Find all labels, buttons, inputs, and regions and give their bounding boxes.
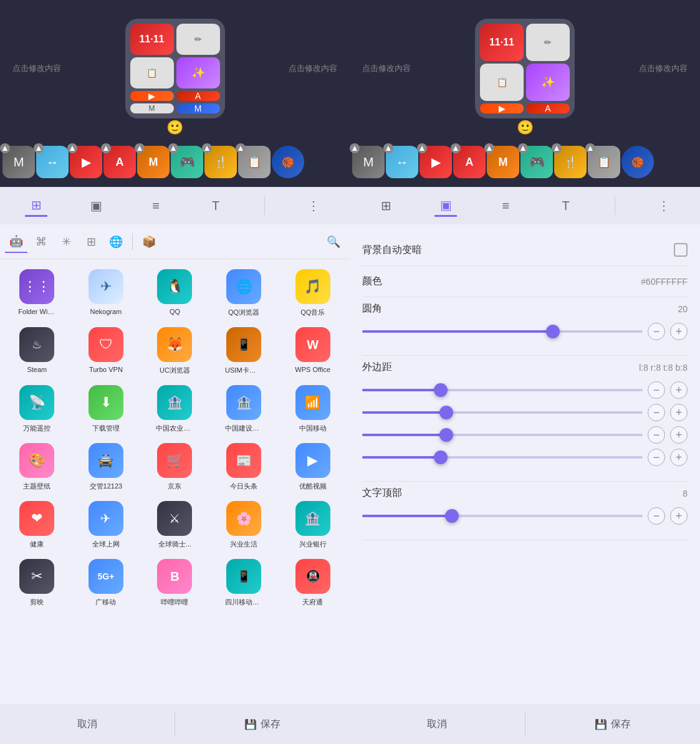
margin-t-thumb[interactable] — [439, 428, 453, 442]
dock-item-5[interactable]: 🎮 — [171, 146, 203, 178]
app-item-5g[interactable]: 5G+ 广移动 — [72, 554, 141, 612]
right-dock-item-0[interactable]: M — [352, 146, 385, 178]
toolbar-text-icon[interactable]: T — [204, 194, 227, 217]
right-dock-item-8[interactable]: 🏀 — [621, 146, 654, 178]
text-top-track[interactable] — [362, 515, 643, 517]
app-item-toutiao[interactable]: 📰 今日头条 — [209, 438, 279, 496]
app-item-ccb[interactable]: 🏦 中国建设银行 — [209, 380, 279, 438]
text-top-plus-btn[interactable]: + — [670, 507, 688, 525]
app-item-steam[interactable]: ♨ Steam — [2, 322, 72, 380]
left-hint-left[interactable]: 点击修改内容 — [12, 63, 61, 74]
dock-item-8[interactable]: 🏀 — [272, 146, 304, 178]
right-hint-right[interactable]: 点击修改内容 — [639, 63, 688, 74]
app-item-nekogram[interactable]: ✈ Nekogram — [72, 264, 141, 322]
right-dock-item-5[interactable]: 🎮 — [520, 146, 553, 178]
filter-command[interactable]: ⌘ — [30, 231, 52, 253]
right-toolbar-square-icon[interactable]: ▣ — [434, 194, 457, 217]
corner-minus-btn[interactable]: − — [648, 323, 665, 340]
left-folder-widget[interactable]: 11·11 ✏ 📋 ✨ ▶ A M M — [125, 19, 225, 118]
toolbar-square-icon[interactable]: ▣ — [85, 194, 107, 217]
app-item-download[interactable]: ⬇ 下载管理 — [72, 380, 141, 438]
margin-r-track[interactable] — [362, 411, 643, 414]
app-item-tianfu[interactable]: 🚇 天府通 — [278, 554, 347, 612]
margin-l-minus-btn[interactable]: − — [648, 381, 665, 399]
margin-b-minus-btn[interactable]: − — [648, 449, 665, 466]
margin-t-minus-btn[interactable]: − — [648, 426, 665, 444]
toolbar-grid-icon[interactable]: ⊞ — [25, 194, 47, 217]
app-item-qqmusic[interactable]: 🎵 QQ音乐 — [278, 264, 347, 322]
app-item-turbovpn[interactable]: 🛡 Turbo VPN — [72, 322, 141, 380]
text-top-minus-btn[interactable]: − — [648, 507, 665, 525]
app-item-qqbrowser[interactable]: 🌐 QQ浏览器 — [209, 264, 279, 322]
app-item-globalrider[interactable]: ⚔ 全球骑士... — [140, 496, 209, 554]
right-dock-item-4[interactable]: M — [487, 146, 519, 178]
app-item-xingye-bank[interactable]: 🏦 兴业银行 — [278, 496, 347, 554]
dock-item-6[interactable]: 🍴 — [204, 146, 237, 178]
right-dock-item-1[interactable]: ↔ — [386, 146, 418, 178]
right-toolbar-text-icon[interactable]: T — [555, 194, 577, 217]
app-item-youku[interactable]: ▶ 优酷视频 — [278, 438, 347, 496]
left-save-btn[interactable]: 💾 保存 — [175, 704, 350, 744]
app-item-qq[interactable]: 🐧 QQ — [140, 264, 209, 322]
margin-r-minus-btn[interactable]: − — [648, 404, 665, 421]
app-item-health[interactable]: ❤ 健康 — [2, 496, 72, 554]
dock-item-7[interactable]: 📋 — [238, 146, 271, 178]
right-folder-widget[interactable]: 11·11 ✏ 📋 ✨ ▶ A — [475, 19, 575, 118]
bg-auto-dark-checkbox[interactable] — [674, 243, 688, 257]
text-top-thumb[interactable] — [445, 509, 459, 523]
margin-b-track[interactable] — [362, 456, 643, 459]
right-dock-item-6[interactable]: 🍴 — [554, 146, 587, 178]
right-save-btn[interactable]: 💾 保存 — [525, 704, 701, 744]
app-item-bilibili[interactable]: B 哔哩哔哩 — [140, 554, 209, 612]
margin-l-track[interactable] — [362, 389, 643, 391]
toolbar-more-icon[interactable]: ⋮ — [302, 194, 325, 217]
right-toolbar-grid-icon[interactable]: ⊞ — [375, 194, 397, 217]
filter-android[interactable]: 🤖 — [5, 231, 27, 253]
app-item-folder-wid[interactable]: ⋮⋮ Folder Wid... — [2, 264, 72, 322]
corner-thumb[interactable] — [546, 325, 560, 338]
app-item-wps[interactable]: W WPS Office — [278, 322, 347, 380]
margin-b-plus-btn[interactable]: + — [670, 449, 688, 466]
app-item-remote[interactable]: 📡 万能遥控 — [2, 380, 72, 438]
right-toolbar-more-icon[interactable]: ⋮ — [653, 194, 675, 217]
app-item-globalnet[interactable]: ✈ 全球上网 — [72, 496, 141, 554]
app-item-traffic[interactable]: 🚔 交管12123 — [72, 438, 141, 496]
filter-sparkle[interactable]: ✳ — [55, 231, 77, 253]
dock-item-1[interactable]: ↔ — [36, 146, 69, 178]
app-item-sichuan[interactable]: 📱 四川移动营厅 — [209, 554, 279, 612]
margin-t-track[interactable] — [362, 434, 643, 436]
dock-item-0[interactable]: M — [2, 146, 35, 178]
margin-t-plus-btn[interactable]: + — [670, 426, 688, 444]
margin-l-thumb[interactable] — [434, 383, 448, 397]
app-item-theme[interactable]: 🎨 主题壁纸 — [2, 438, 72, 496]
app-item-ucbrowser[interactable]: 🦊 UC浏览器 — [140, 322, 209, 380]
right-dock-item-7[interactable]: 📋 — [588, 146, 620, 178]
color-value[interactable]: #60FFFFFF — [641, 277, 688, 287]
filter-grid4[interactable]: ⊞ — [80, 231, 102, 253]
left-cancel-btn[interactable]: 取消 — [0, 704, 175, 744]
app-item-jianying[interactable]: ✂ 剪映 — [2, 554, 72, 612]
margin-r-plus-btn[interactable]: + — [670, 404, 688, 421]
right-hint-left[interactable]: 点击修改内容 — [362, 63, 411, 74]
right-toolbar-lines-icon[interactable]: ≡ — [494, 194, 517, 217]
margin-l-plus-btn[interactable]: + — [670, 381, 688, 399]
app-item-abc[interactable]: 🏦 中国农业银行 — [140, 380, 209, 438]
right-cancel-btn[interactable]: 取消 — [350, 704, 525, 744]
filter-globe[interactable]: 🌐 — [105, 231, 127, 253]
filter-search[interactable]: 🔍 — [322, 231, 345, 253]
margin-r-thumb[interactable] — [439, 406, 453, 419]
left-hint-right[interactable]: 点击修改内容 — [289, 63, 337, 74]
filter-box[interactable]: 📦 — [138, 231, 160, 253]
dock-item-4[interactable]: M — [137, 146, 170, 178]
app-item-jd[interactable]: 🛒 京东 — [140, 438, 209, 496]
dock-item-3[interactable]: A — [103, 146, 136, 178]
right-dock-item-2[interactable]: ▶ — [420, 146, 452, 178]
corner-plus-btn[interactable]: + — [670, 323, 688, 340]
margin-b-thumb[interactable] — [434, 451, 448, 464]
corner-track[interactable] — [362, 330, 643, 333]
app-item-xingye-life[interactable]: 🌸 兴业生活 — [209, 496, 279, 554]
dock-item-2[interactable]: ▶ — [70, 146, 102, 178]
app-item-cmcc[interactable]: 📶 中国移动 — [278, 380, 347, 438]
app-item-usim[interactable]: 📱 USIM卡应用 — [209, 322, 279, 380]
toolbar-lines-icon[interactable]: ≡ — [145, 194, 167, 217]
